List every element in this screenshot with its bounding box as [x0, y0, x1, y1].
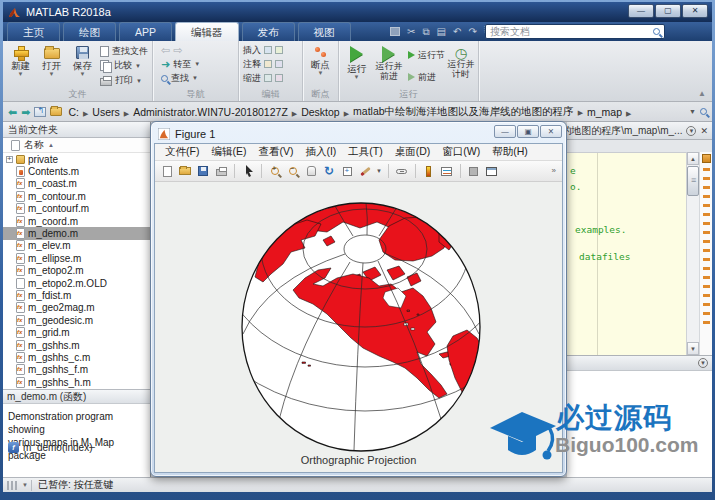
file-row[interactable]: m_elev.m: [3, 240, 150, 252]
colorbar-icon[interactable]: [422, 164, 436, 178]
link-plots-icon[interactable]: [395, 164, 409, 178]
file-row[interactable]: m_fdist.m: [3, 289, 150, 301]
figure-menu-item[interactable]: 窗口(W): [436, 145, 486, 159]
data-cursor-icon[interactable]: [340, 164, 354, 178]
file-row[interactable]: m_contourf.m: [3, 203, 150, 215]
ribbon-tab[interactable]: 主页: [7, 22, 60, 41]
scroll-up-icon[interactable]: ▲: [687, 152, 699, 165]
analyzer-marks[interactable]: [703, 168, 710, 328]
pointer-icon[interactable]: [241, 164, 255, 178]
ribbon-tab[interactable]: 编辑器: [175, 22, 239, 41]
breadcrumb-segment[interactable]: Users: [90, 106, 121, 118]
run-time-button[interactable]: ◷ 运行并计时: [446, 43, 476, 89]
goto-button[interactable]: ➜ 转至▼: [161, 57, 236, 71]
insert-section-icon[interactable]: [275, 46, 283, 54]
open-button[interactable]: 打开▼: [36, 43, 67, 89]
file-row[interactable]: m_geo2mag.m: [3, 302, 150, 314]
figure-maximize-button[interactable]: ▣: [517, 125, 539, 138]
current-folder-title[interactable]: 当前文件夹: [3, 122, 150, 138]
pan-icon[interactable]: [304, 164, 318, 178]
ribbon-tab[interactable]: 绘图: [63, 22, 116, 41]
scroll-down-icon[interactable]: ▼: [687, 342, 699, 355]
title-bar[interactable]: MATLAB R2018a — ▢ ✕: [3, 2, 712, 22]
new-figure-icon[interactable]: [160, 164, 174, 178]
collapsed-panel-header[interactable]: ▼: [567, 355, 712, 371]
figure-menu-item[interactable]: 工具(T): [342, 145, 388, 159]
file-row[interactable]: m_gshhs.m: [3, 339, 150, 351]
nav-arrows[interactable]: ⇦ ⇨: [161, 43, 236, 57]
up-folder-icon[interactable]: [34, 107, 46, 117]
breadcrumb-segment[interactable]: m_map: [585, 106, 624, 118]
compare-button[interactable]: 比较▼: [100, 59, 148, 73]
uncomment-icon[interactable]: [275, 60, 283, 68]
open-file-icon[interactable]: [178, 164, 192, 178]
outdent-icon[interactable]: [275, 74, 283, 82]
figure-menu-item[interactable]: 插入(I): [299, 145, 342, 159]
save-icon[interactable]: [390, 27, 400, 36]
redo-icon[interactable]: ↷: [468, 24, 476, 39]
search-input[interactable]: 搜索文档: [485, 24, 665, 39]
status-grip-icon[interactable]: [7, 481, 19, 490]
run-section-button[interactable]: 运行节: [408, 48, 444, 62]
figure-menu-item[interactable]: 帮助(H): [486, 145, 534, 159]
menu-overflow-icon[interactable]: »: [552, 166, 556, 175]
panel-menu-icon[interactable]: ▼: [686, 126, 696, 136]
paste-icon[interactable]: ▤: [437, 24, 446, 39]
brush-icon[interactable]: [358, 164, 372, 178]
print-button[interactable]: 打印▼: [100, 74, 148, 88]
file-row[interactable]: m_coast.m: [3, 178, 150, 190]
find-button[interactable]: 查找▼: [161, 71, 236, 85]
figure-close-button[interactable]: ✕: [540, 125, 562, 138]
legend-icon[interactable]: [440, 164, 454, 178]
file-row[interactable]: m_demo.m: [3, 227, 150, 239]
brush-dropdown-icon[interactable]: ▼: [376, 168, 382, 174]
name-column-header[interactable]: 名称 ▲: [3, 138, 150, 153]
file-row[interactable]: m_etopo2.m: [3, 265, 150, 277]
figure-menu-item[interactable]: 文件(F): [159, 145, 205, 159]
search-icon[interactable]: [653, 28, 660, 35]
back-icon[interactable]: ⇦: [161, 45, 170, 56]
ribbon-tab[interactable]: 视图: [298, 22, 351, 41]
file-row[interactable]: Contents.m: [3, 165, 150, 177]
comment-button[interactable]: 注释: [243, 57, 300, 71]
ribbon-collapse-icon[interactable]: ▲: [698, 89, 706, 98]
undo-icon[interactable]: ↶: [453, 24, 461, 39]
run-advance-button[interactable]: 运行并前进: [372, 43, 406, 89]
show-plot-tools-icon[interactable]: [485, 164, 499, 178]
figure-menu-item[interactable]: 查看(V): [252, 145, 299, 159]
function-signature[interactable]: f m_demo(index): [8, 442, 92, 453]
file-details-header[interactable]: m_demo.m (函数): [3, 389, 150, 404]
address-search-icon[interactable]: [700, 108, 707, 115]
file-row[interactable]: m_contour.m: [3, 190, 150, 202]
forward-icon[interactable]: ➡: [21, 105, 30, 119]
back-icon[interactable]: ⬅: [8, 105, 17, 119]
close-button[interactable]: ✕: [682, 4, 708, 18]
insert-fx-icon[interactable]: [264, 46, 272, 54]
panel-menu-icon[interactable]: ▼: [698, 358, 708, 368]
print-figure-icon[interactable]: [214, 164, 228, 178]
ribbon-tab[interactable]: 发布: [242, 22, 295, 41]
rotate3d-icon[interactable]: ↻: [322, 164, 336, 178]
browse-folder-icon[interactable]: [50, 107, 62, 116]
cut-icon[interactable]: ✂: [407, 24, 415, 39]
file-row[interactable]: m_ellipse.m: [3, 252, 150, 264]
comment-icon[interactable]: [264, 60, 272, 68]
file-row[interactable]: m_gshhs_c.m: [3, 351, 150, 363]
zoom-out-icon[interactable]: −: [286, 164, 300, 178]
editor-close-icon[interactable]: ✕: [700, 126, 708, 136]
hide-plot-tools-icon[interactable]: [467, 164, 481, 178]
file-row[interactable]: m_gshhs_f.m: [3, 364, 150, 376]
code-analyzer-bar[interactable]: [699, 152, 712, 355]
copy-icon[interactable]: ⧉: [422, 24, 429, 39]
breadcrumb-segment[interactable]: Administrator.WIN7U-20180127Z: [131, 106, 290, 118]
analyzer-status-icon[interactable]: [702, 154, 711, 163]
file-row[interactable]: m_coord.m: [3, 215, 150, 227]
file-row[interactable]: m_etopo2.m.OLD: [3, 277, 150, 289]
editor-scrollbar[interactable]: ▲ ▼: [686, 152, 699, 355]
ribbon-tab[interactable]: APP: [119, 22, 172, 41]
breadcrumb-segment[interactable]: matlab中绘制海洋地图以及海岸线的地图的程序: [351, 105, 576, 117]
advance-button[interactable]: 前进: [408, 70, 444, 84]
editor-tab-header[interactable]: 线的地图的程序\m_map\m_... ▼ ✕: [567, 122, 712, 140]
indent-icon[interactable]: [264, 74, 272, 82]
file-row[interactable]: m_geodesic.m: [3, 314, 150, 326]
